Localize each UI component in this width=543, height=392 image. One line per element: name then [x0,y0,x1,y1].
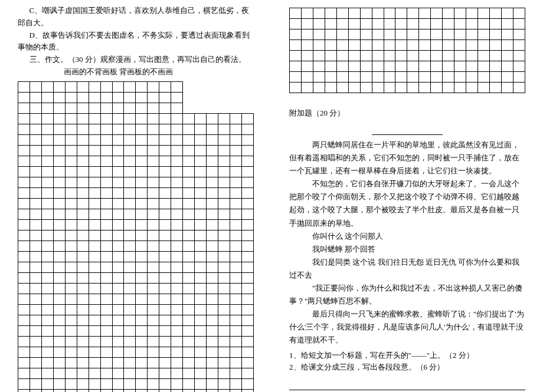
passage-p7: 最后只得向一只飞来的蜜蜂求教。蜜蜂听了说："你们提出了'为什么'三个字，我觉得很… [289,308,525,347]
essay-caption: 画画的不背画板 背画板的不画画 [18,66,254,78]
passage-p5: 我们是同类 这个说 我们往日无怨 近日无仇 可你为什么要和我过不去 [289,256,525,282]
passage-p1: 两只蟋蟀同居住在一片平和的草地里，彼此虽然没有见过面，但有着遥相唱和的关系，它们… [289,139,525,177]
left-column: C、嘲讽子虚国国王爱听好话，喜欢别人恭维自己，棋艺低劣，夜郎自大。 D、故事告诉… [0,5,272,387]
option-c: C、嘲讽子虚国国王爱听好话，喜欢别人恭维自己，棋艺低劣，夜郎自大。 [18,5,254,29]
question-1: 1、给短文加一个标题，写在开头的"——"上。（2 分） [289,350,525,362]
continuation-grid[interactable] [289,8,525,93]
passage-p3: 你叫什么 这个问那人 [289,230,525,243]
answer-line[interactable] [289,377,525,390]
bonus-title: 附加题（20 分） [289,108,525,118]
passage-title-blank[interactable] [289,126,525,135]
option-d: D、故事告诉我们不要去图虚名，不务实际，要透过表面现象看到事物的本质。 [18,29,254,54]
question-2: 2、给课文分成三段，写出各段段意。（6 分） [289,361,525,374]
passage-p6: "我正要问你，你为什么和我过不去，不出这种损人又害己的傻事？"两只蟋蟀百思不解。 [289,282,525,308]
essay-grid[interactable] [18,81,254,392]
passage-p2: 不知怎的，它们各自张开镰刀似的大牙呀起来了。一会儿这个把那个咬了个仰面朝天，那个… [289,177,525,229]
passage: 两只蟋蟀同居住在一片平和的草地里，彼此虽然没有见过面，但有着遥相唱和的关系，它们… [289,139,525,347]
passage-p4: 我叫蟋蟀 那个回答 [289,243,525,256]
right-column: 附加题（20 分） 两只蟋蟀同居住在一片平和的草地里，彼此虽然没有见过面，但有着… [272,5,543,387]
section-three: 三、作文。（30 分）观察漫画，写出图意，再写出自己的看法。 [18,54,254,66]
